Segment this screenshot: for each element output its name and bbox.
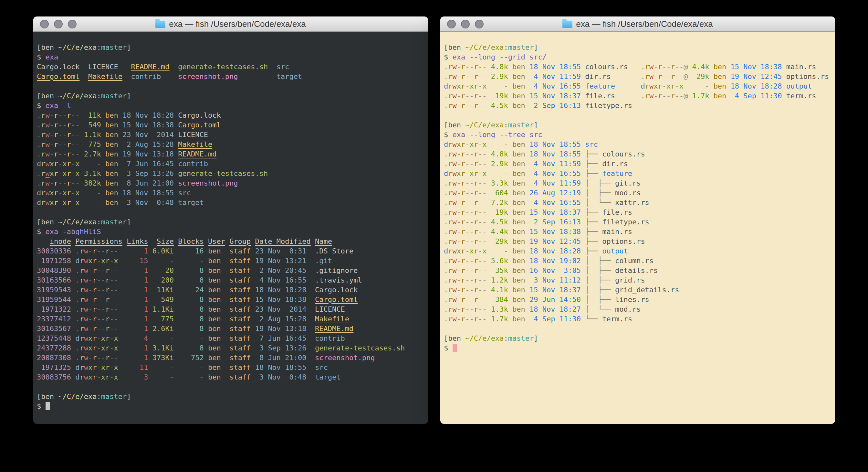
terminal-text: r [80, 247, 84, 255]
terminal-text: ] [127, 43, 131, 51]
terminal-text: -- [71, 130, 80, 139]
terminal-text: r [474, 228, 478, 236]
terminal-text: ben [208, 363, 221, 372]
terminal-text [709, 72, 713, 81]
terminal-text: 1 [118, 286, 148, 294]
terminal-text: 200 [153, 276, 174, 284]
terminal-text [487, 140, 491, 148]
terminal-text: -- [478, 189, 487, 197]
terminal-text [581, 150, 585, 158]
terminal-text: : [504, 334, 508, 342]
terminal-text: - [457, 228, 461, 236]
terminal-text: - [97, 344, 101, 352]
terminal-text: r [67, 199, 71, 207]
terminal-text: ben [512, 295, 525, 303]
terminal-text: staff [229, 363, 251, 372]
zoom-button[interactable] [475, 20, 484, 28]
terminal-text: r [67, 140, 71, 148]
minimize-button[interactable] [461, 20, 470, 28]
terminal-text: 3 [118, 373, 148, 381]
terminal-text [615, 92, 641, 100]
titlebar[interactable]: exa — fish /Users/ben/Code/exa/exa [440, 17, 835, 32]
terminal-text: ben [208, 266, 221, 274]
terminal-text: 2 Sep 16:13 [529, 101, 581, 110]
terminal-text: ├── [585, 169, 602, 177]
terminal-text: -- [675, 92, 684, 100]
terminal-text: 2 Sep 16:13 [529, 218, 581, 226]
terminal-text: w [453, 189, 457, 197]
terminal-text: . [37, 150, 41, 158]
terminal-text: 20087308 [37, 354, 71, 362]
terminal-text: -- [478, 92, 487, 100]
terminal-text [221, 363, 230, 372]
terminal-text [221, 247, 230, 255]
terminal-text: master [101, 392, 127, 401]
terminal-text: r [671, 92, 675, 100]
terminal-text: -- [478, 276, 487, 284]
terminal-text: ben [512, 218, 525, 226]
terminal-text: r [474, 247, 478, 255]
terminal-screen[interactable]: [ben ~/C/e/exa:master]$ exa --long --gri… [440, 32, 835, 424]
terminal-text: 15 Nov 18:37 [529, 92, 581, 100]
terminal-text: 1 [118, 276, 148, 284]
terminal-text: -- [58, 111, 67, 119]
terminal-text: -- [465, 63, 474, 71]
terminal-text: -- [465, 266, 474, 274]
terminal-text: ben [512, 169, 525, 177]
terminal-text: w [84, 354, 88, 362]
terminal-text: x [653, 82, 658, 90]
terminal-text: . [444, 101, 448, 110]
terminal-text [148, 295, 152, 303]
terminal-text: r [41, 121, 45, 129]
terminal-text: x [679, 82, 684, 90]
titlebar[interactable]: exa — fish /Users/ben/Code/exa/exa [33, 17, 428, 32]
terminal-text: r [448, 189, 452, 197]
terminal-text: x [88, 363, 92, 372]
terminal-line: inode Permissions Links Size Blocks User… [37, 237, 425, 246]
terminal-text: ben [105, 160, 118, 168]
terminal-text [688, 72, 692, 81]
terminal-text: r [474, 237, 478, 245]
terminal-text: . [75, 266, 80, 274]
terminal-text: 3.3k [491, 179, 508, 187]
terminal-text: exa [453, 130, 465, 139]
terminal-text: 549 [84, 121, 101, 129]
terminal-text: Cargo.lock [315, 286, 358, 294]
terminal-text: 15 Nov 18:38 [255, 295, 307, 303]
terminal-text: r [80, 363, 84, 372]
terminal-text: ~/C/e/exa [465, 43, 504, 51]
terminal-text [251, 305, 255, 313]
terminal-text: 3 Sep 13:26 [122, 169, 174, 177]
minimize-button[interactable] [54, 20, 63, 28]
terminal-text: 20 [153, 266, 174, 274]
terminal-text: . [641, 92, 645, 100]
terminal-screen[interactable]: [ben ~/C/e/exa:master]$ exaCargo.lock LI… [33, 32, 428, 424]
terminal-text: r [461, 315, 465, 323]
terminal-text: r [105, 325, 110, 333]
terminal-text: - [478, 82, 482, 90]
terminal-text: 6.0Ki [153, 247, 174, 255]
terminal-text: ben [512, 189, 525, 197]
terminal-text: x [101, 363, 105, 372]
terminal-text: r [41, 189, 45, 197]
terminal-text: staff [229, 257, 251, 265]
terminal-line: .rw-r--r-- 4.5k ben 2 Sep 16:13 filetype… [444, 101, 832, 111]
close-button[interactable] [447, 20, 456, 28]
terminal-text: r [448, 305, 452, 313]
terminal-text [204, 286, 208, 294]
close-button[interactable] [40, 20, 49, 28]
zoom-button[interactable] [68, 20, 76, 28]
terminal-text: ben [208, 295, 221, 303]
terminal-text: r [474, 257, 478, 265]
terminal-text [615, 82, 641, 90]
terminal-text: r [92, 315, 97, 323]
terminal-text: d [444, 82, 448, 90]
terminal-text: r [474, 199, 478, 207]
terminal-text: filetype.rs [585, 101, 632, 110]
terminal-text: @ [684, 63, 688, 71]
terminal-text [581, 315, 585, 323]
terminal-line: 30083756 drwxr-xr-x 3 - - ben staff 3 No… [37, 373, 425, 382]
terminal-text: x [482, 247, 487, 255]
terminal-text [581, 247, 585, 255]
terminal-text [221, 334, 230, 342]
